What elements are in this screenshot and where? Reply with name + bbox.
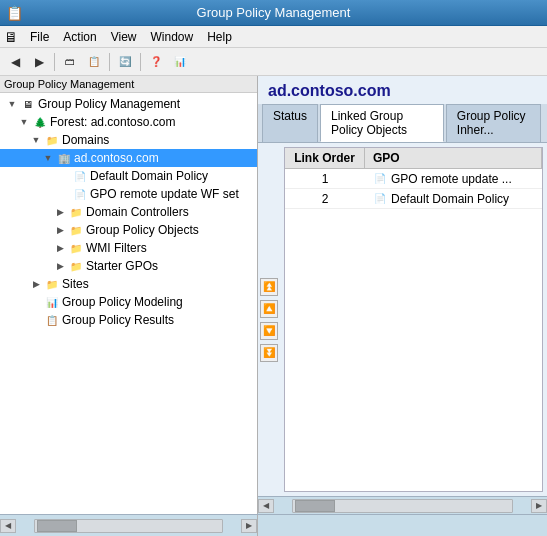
right-hscroll-track[interactable] [292, 499, 513, 513]
dc-folder-icon: 📁 [68, 204, 84, 220]
tabs-bar: Status Linked Group Policy Objects Group… [258, 104, 547, 143]
tree-item-domaincontrollers[interactable]: ▶ 📁 Domain Controllers [0, 203, 257, 221]
right-panel-status-bar [258, 515, 547, 536]
menu-help[interactable]: Help [201, 28, 238, 46]
tree-label-adcontoso: ad.contoso.com [74, 151, 159, 165]
tab-linked[interactable]: Linked Group Policy Objects [320, 104, 444, 142]
gpo-folder-icon: 📁 [68, 222, 84, 238]
menu-window[interactable]: Window [145, 28, 200, 46]
details-button[interactable]: 📋 [83, 51, 105, 73]
tree-item-gpresults[interactable]: 📋 Group Policy Results [0, 311, 257, 329]
toolbar-sep-1 [54, 53, 55, 71]
toolbar: ◀ ▶ 🗃 📋 🔄 ❓ 📊 [0, 48, 547, 76]
toolbar-sep-2 [109, 53, 110, 71]
move-top-button[interactable]: ⏫ [260, 278, 278, 296]
col-header-gpo: GPO [365, 148, 542, 168]
tree-item-adcontoso[interactable]: ▼ 🏢 ad.contoso.com [0, 149, 257, 167]
tree-label-domains: Domains [62, 133, 109, 147]
tree-item-gpmodeling[interactable]: 📊 Group Policy Modeling [0, 293, 257, 311]
gpo-row1-icon: 📄 [373, 172, 387, 186]
row2-order: 2 [285, 190, 365, 208]
gpo-table: Link Order GPO 1 📄 GPO remote update ...… [284, 147, 543, 492]
tree-item-root[interactable]: ▼ 🖥 Group Policy Management [0, 95, 257, 113]
show-hide-button[interactable]: 🗃 [59, 51, 81, 73]
tab-status[interactable]: Status [262, 104, 318, 142]
col-header-order: Link Order [285, 148, 365, 168]
move-up-button[interactable]: 🔼 [260, 300, 278, 318]
tree-label-root: Group Policy Management [38, 97, 180, 111]
toggle-adcontoso[interactable]: ▼ [42, 152, 54, 164]
table-body: 1 📄 GPO remote update ... 2 📄 Default Do… [285, 169, 542, 491]
toolbar-sep-3 [140, 53, 141, 71]
table-row[interactable]: 2 📄 Default Domain Policy [285, 189, 542, 209]
wmi-folder-icon: 📁 [68, 240, 84, 256]
menu-view[interactable]: View [105, 28, 143, 46]
tree-item-defaultdomain[interactable]: 📄 Default Domain Policy [0, 167, 257, 185]
gpo-icon-default: 📄 [72, 168, 88, 184]
toggle-placeholder [58, 170, 70, 182]
row1-order: 1 [285, 170, 365, 188]
results-icon: 📋 [44, 312, 60, 328]
main-container: Group Policy Management ▼ 🖥 Group Policy… [0, 76, 547, 514]
tree-label-starter: Starter GPOs [86, 259, 158, 273]
tab-inherit[interactable]: Group Policy Inher... [446, 104, 541, 142]
toggle-dc[interactable]: ▶ [54, 206, 66, 218]
extra-button[interactable]: 📊 [169, 51, 191, 73]
left-hscroll-track[interactable] [34, 519, 223, 533]
toggle-root[interactable]: ▼ [6, 98, 18, 110]
menu-action[interactable]: Action [57, 28, 102, 46]
tree-item-wmifilters[interactable]: ▶ 📁 WMI Filters [0, 239, 257, 257]
left-scroll-left[interactable]: ◀ [0, 519, 16, 533]
modeling-icon: 📊 [44, 294, 60, 310]
right-scroll-left[interactable]: ◀ [258, 499, 274, 513]
left-panel: Group Policy Management ▼ 🖥 Group Policy… [0, 76, 258, 514]
table-row[interactable]: 1 📄 GPO remote update ... [285, 169, 542, 189]
toggle-starter[interactable]: ▶ [54, 260, 66, 272]
tree-item-forest[interactable]: ▼ 🌲 Forest: ad.contoso.com [0, 113, 257, 131]
tree-item-domains[interactable]: ▼ 📁 Domains [0, 131, 257, 149]
help-button[interactable]: ❓ [145, 51, 167, 73]
toggle-domains[interactable]: ▼ [30, 134, 42, 146]
right-hscroll-bar: ◀ ▶ [258, 496, 547, 514]
starter-folder-icon: 📁 [68, 258, 84, 274]
row2-gpo: 📄 Default Domain Policy [365, 190, 542, 208]
toggle-forest[interactable]: ▼ [18, 116, 30, 128]
move-down-button[interactable]: 🔽 [260, 322, 278, 340]
tree-item-gpobjects[interactable]: ▶ 📁 Group Policy Objects [0, 221, 257, 239]
back-button[interactable]: ◀ [4, 51, 26, 73]
move-bottom-button[interactable]: ⏬ [260, 344, 278, 362]
row1-gpo: 📄 GPO remote update ... [365, 170, 542, 188]
sites-folder-icon: 📁 [44, 276, 60, 292]
right-panel: ad.contoso.com Status Linked Group Polic… [258, 76, 547, 514]
toggle-placeholder3 [30, 296, 42, 308]
tree-item-startergpos[interactable]: ▶ 📁 Starter GPOs [0, 257, 257, 275]
tree-item-gporemote[interactable]: 📄 GPO remote update WF set [0, 185, 257, 203]
toggle-gpo[interactable]: ▶ [54, 224, 66, 236]
table-header: Link Order GPO [285, 148, 542, 169]
row2-gpo-label: Default Domain Policy [391, 192, 509, 206]
gpo-row2-icon: 📄 [373, 192, 387, 206]
tree-label-forest: Forest: ad.contoso.com [50, 115, 175, 129]
toggle-placeholder2 [58, 188, 70, 200]
bottom-scrollbar-row: ◀ ▶ [0, 514, 547, 536]
tree-item-sites[interactable]: ▶ 📁 Sites [0, 275, 257, 293]
refresh-button[interactable]: 🔄 [114, 51, 136, 73]
toggle-wmi[interactable]: ▶ [54, 242, 66, 254]
tree-label-defaultdomain: Default Domain Policy [90, 169, 208, 183]
menu-file[interactable]: File [24, 28, 55, 46]
forward-button[interactable]: ▶ [28, 51, 50, 73]
left-scroll-right[interactable]: ▶ [241, 519, 257, 533]
right-scroll-right[interactable]: ▶ [531, 499, 547, 513]
domains-folder-icon: 📁 [44, 132, 60, 148]
arrows-panel: ⏫ 🔼 🔽 ⏬ [258, 143, 280, 496]
title-bar-title: Group Policy Management [197, 5, 351, 20]
forest-icon: 🌲 [32, 114, 48, 130]
menu-bar: 🖥 File Action View Window Help [0, 26, 547, 48]
title-bar: 📋 Group Policy Management [0, 0, 547, 26]
menu-icon: 🖥 [4, 29, 18, 45]
tree-view[interactable]: ▼ 🖥 Group Policy Management ▼ 🌲 Forest: … [0, 93, 257, 514]
tree-label-gpresults: Group Policy Results [62, 313, 174, 327]
domain-icon: 🏢 [56, 150, 72, 166]
tree-label-gpobjects: Group Policy Objects [86, 223, 199, 237]
toggle-sites[interactable]: ▶ [30, 278, 42, 290]
